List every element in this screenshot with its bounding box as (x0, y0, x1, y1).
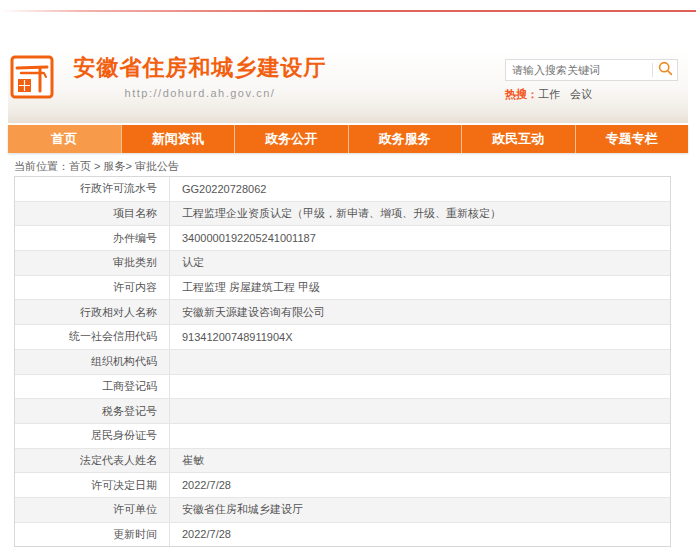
nav-tab-2[interactable]: 政务公开 (234, 125, 348, 153)
row-value: 认定 (170, 251, 670, 275)
row-label: 居民身份证号 (15, 424, 170, 448)
row-label: 办件编号 (15, 226, 170, 250)
row-value: 2022/7/28 (170, 473, 670, 497)
row-value: 安徽省住房和城乡建设厅 (170, 498, 670, 522)
row-label: 法定代表人姓名 (15, 449, 170, 473)
nav-tab-5[interactable]: 专题专栏 (575, 125, 689, 153)
search-box (505, 59, 678, 81)
site-url: http://dohurd.ah.gov.cn/ (60, 87, 340, 99)
row-value (170, 375, 670, 399)
row-value: 崔敏 (170, 449, 670, 473)
hot-keyword-link[interactable]: 工作 (538, 87, 560, 102)
breadcrumb: 当前位置：首页 > 服务> 审批公告 (14, 159, 179, 174)
table-row: 组织机构代码 (15, 349, 670, 374)
row-value: 91341200748911904X (170, 325, 670, 349)
row-label: 审批类别 (15, 251, 170, 275)
table-row: 行政相对人名称安徽新天源建设咨询有限公司 (15, 299, 670, 324)
row-label: 许可内容 (15, 276, 170, 300)
site-title: 安徽省住房和城乡建设厅 (60, 53, 340, 83)
table-row: 居民身份证号 (15, 423, 670, 448)
archway-seal-logo-icon (10, 85, 54, 102)
site-logo[interactable] (10, 55, 54, 99)
row-label: 组织机构代码 (15, 350, 170, 374)
table-row: 项目名称工程监理企业资质认定（甲级，新申请、增项、升级、重新核定） (15, 201, 670, 226)
table-row: 法定代表人姓名崔敏 (15, 448, 670, 473)
row-value (170, 424, 670, 448)
table-row: 工商登记码 (15, 374, 670, 399)
site-title-block: 安徽省住房和城乡建设厅 http://dohurd.ah.gov.cn/ (60, 53, 340, 99)
search-area: 热搜： 工作会议 (505, 59, 678, 102)
row-label: 更新时间 (15, 523, 170, 547)
site-header: 安徽省住房和城乡建设厅 http://dohurd.ah.gov.cn/ 热搜：… (8, 48, 688, 123)
table-row: 更新时间2022/7/28 (15, 522, 670, 547)
row-label: 行政相对人名称 (15, 300, 170, 324)
row-label: 行政许可流水号 (15, 177, 170, 201)
table-row: 税务登记号 (15, 398, 670, 423)
top-accent-rule (0, 10, 696, 12)
row-label: 统一社会信用代码 (15, 325, 170, 349)
row-value: 工程监理企业资质认定（甲级，新申请、增项、升级、重新核定） (170, 202, 670, 226)
nav-tab-3[interactable]: 政务服务 (348, 125, 462, 153)
row-value: 工程监理 房屋建筑工程 甲级 (170, 276, 670, 300)
row-value: GG20220728062 (170, 177, 670, 201)
row-value: 安徽新天源建设咨询有限公司 (170, 300, 670, 324)
row-label: 许可单位 (15, 498, 170, 522)
table-row: 审批类别认定 (15, 250, 670, 275)
hot-search-label: 热搜： (505, 87, 538, 102)
hot-keywords: 工作会议 (538, 87, 602, 102)
nav-tab-4[interactable]: 政民互动 (461, 125, 575, 153)
approval-table: 行政许可流水号GG20220728062项目名称工程监理企业资质认定（甲级，新申… (14, 176, 671, 547)
row-label: 许可决定日期 (15, 473, 170, 497)
row-value (170, 350, 670, 374)
row-label: 税务登记号 (15, 399, 170, 423)
table-row: 许可单位安徽省住房和城乡建设厅 (15, 497, 670, 522)
row-value (170, 399, 670, 423)
row-value: 3400000192205241001187 (170, 226, 670, 250)
nav-tab-0[interactable]: 首页 (8, 125, 121, 153)
main-nav: 首页新闻资讯政务公开政务服务政民互动专题专栏 (8, 125, 688, 153)
search-input[interactable] (506, 64, 652, 76)
hot-keyword-link[interactable]: 会议 (570, 87, 592, 102)
nav-tab-1[interactable]: 新闻资讯 (121, 125, 235, 153)
search-icon (658, 61, 673, 79)
search-button[interactable] (653, 60, 677, 80)
row-label: 项目名称 (15, 202, 170, 226)
table-row: 许可内容工程监理 房屋建筑工程 甲级 (15, 275, 670, 300)
table-row: 行政许可流水号GG20220728062 (15, 177, 670, 201)
table-row: 许可决定日期2022/7/28 (15, 472, 670, 497)
hot-search-line: 热搜： 工作会议 (505, 87, 678, 102)
table-row: 统一社会信用代码91341200748911904X (15, 324, 670, 349)
row-value: 2022/7/28 (170, 523, 670, 547)
row-label: 工商登记码 (15, 375, 170, 399)
table-row: 办件编号3400000192205241001187 (15, 225, 670, 250)
